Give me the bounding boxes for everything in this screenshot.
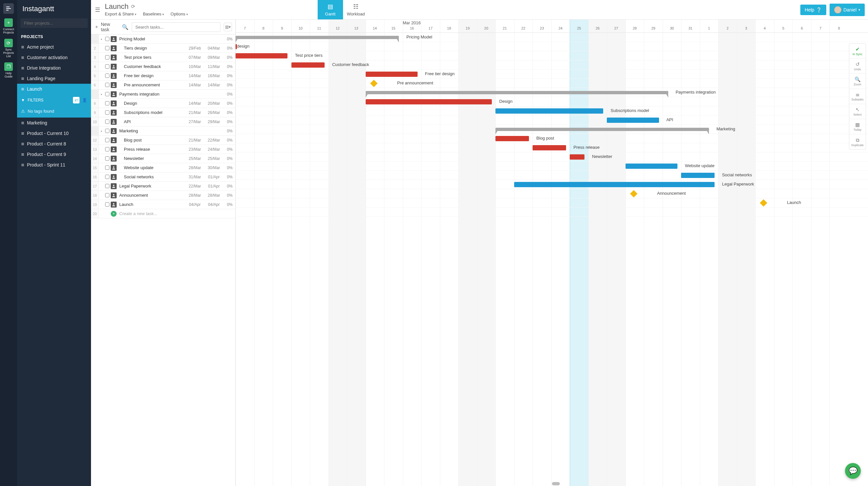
expand-toggle[interactable]: ▪ xyxy=(99,37,104,41)
new-task-button[interactable]: ＋ New task xyxy=(94,22,119,32)
task-progress[interactable]: 0% xyxy=(223,175,235,179)
task-progress[interactable]: 0% xyxy=(223,202,235,207)
gantt-row[interactable]: Launch xyxy=(236,198,868,207)
task-checkbox[interactable] xyxy=(104,92,110,96)
end-date[interactable]: 16/Mar xyxy=(204,73,223,78)
task-progress[interactable]: 0% xyxy=(223,64,235,69)
task-name[interactable]: Marketing xyxy=(119,128,185,133)
undo-button[interactable]: ↺Undo xyxy=(849,59,866,74)
task-row[interactable]: 3Test price tiers07/Mar09/Mar0% xyxy=(91,53,235,62)
sidebar-project-item[interactable]: ≣Product - Current 8 xyxy=(17,138,91,149)
gantt-row[interactable]: Customer feedback xyxy=(236,60,868,70)
duplicate-button[interactable]: ⧉Duplicate xyxy=(849,134,866,150)
end-date[interactable]: 09/Mar xyxy=(204,55,223,60)
group-bar[interactable] xyxy=(366,91,668,94)
task-name[interactable]: API xyxy=(119,119,185,124)
task-bar[interactable] xyxy=(681,173,715,178)
connect-projects-button[interactable]: ＋ Connect Projects xyxy=(1,19,16,34)
task-checkbox[interactable] xyxy=(104,147,110,151)
milestone-marker[interactable] xyxy=(630,190,638,198)
sidebar-project-item[interactable]: ≣Product - Current 10 xyxy=(17,128,91,138)
refresh-icon[interactable]: ⟳ xyxy=(131,4,135,9)
chat-fab[interactable]: 💬 xyxy=(845,463,861,479)
end-date[interactable]: 25/Mar xyxy=(204,156,223,161)
task-row[interactable]: 6Pre announcement14/Mar14/Mar0% xyxy=(91,80,235,90)
search-tasks-input[interactable] xyxy=(132,22,220,32)
assignee-avatar[interactable] xyxy=(111,100,117,106)
assignee-avatar[interactable] xyxy=(111,73,117,79)
assignee-avatar[interactable] xyxy=(111,192,117,198)
task-row[interactable]: 2Tiers design29/Feb04/Mar0% xyxy=(91,44,235,53)
task-checkbox[interactable] xyxy=(104,55,110,59)
help-button[interactable]: Help ❔ xyxy=(800,5,827,15)
task-progress[interactable]: 0% xyxy=(223,129,235,133)
task-checkbox[interactable] xyxy=(104,129,110,133)
task-name[interactable]: Launch xyxy=(119,202,185,207)
task-checkbox[interactable] xyxy=(104,202,110,206)
assignee-avatar[interactable] xyxy=(111,128,117,134)
new-task-placeholder[interactable]: Create a new task... xyxy=(119,211,235,216)
gantt-row[interactable]: Legal Paperwork xyxy=(236,180,868,189)
expand-toggle[interactable]: ▪ xyxy=(99,92,104,96)
zoom-button[interactable]: 🔍Zoom xyxy=(849,74,866,89)
gantt-row[interactable]: Pricing Model xyxy=(236,33,868,42)
task-checkbox[interactable] xyxy=(104,83,110,87)
group-bar[interactable] xyxy=(495,128,709,131)
start-date[interactable]: 14/Mar xyxy=(185,83,204,87)
assignee-avatar[interactable] xyxy=(111,174,117,180)
new-task-row[interactable]: 20＋Create a new task... xyxy=(91,209,235,218)
start-date[interactable]: 28/Mar xyxy=(185,165,204,170)
task-bar[interactable] xyxy=(366,72,417,77)
tag-icon[interactable]: 🏷 xyxy=(73,97,80,103)
task-checkbox[interactable] xyxy=(104,184,110,188)
horizontal-scrollbar-thumb[interactable] xyxy=(552,482,560,485)
task-group-row[interactable]: ▪Pricing Model0% xyxy=(91,34,235,44)
task-progress[interactable]: 0% xyxy=(223,83,235,87)
export-share-menu[interactable]: Export & Share xyxy=(105,11,136,17)
assignee-avatar[interactable] xyxy=(111,91,117,97)
task-progress[interactable]: 0% xyxy=(223,101,235,106)
search-icon[interactable]: 🔍 xyxy=(122,24,128,30)
gantt-row[interactable]: Test price tiers xyxy=(236,51,868,60)
assignee-avatar[interactable] xyxy=(111,183,117,189)
assignee-avatar[interactable] xyxy=(111,55,117,60)
filter-projects-input[interactable] xyxy=(20,19,88,28)
task-name[interactable]: Blog post xyxy=(119,138,185,142)
gantt-row[interactable]: API xyxy=(236,116,868,125)
tab-workload[interactable]: ☷ Workload xyxy=(343,0,369,20)
task-row[interactable]: 16Social networks31/Mar01/Apr0% xyxy=(91,172,235,182)
gantt-row[interactable]: Website update xyxy=(236,162,868,171)
start-date[interactable]: 21/Mar xyxy=(185,138,204,142)
task-checkbox[interactable] xyxy=(104,110,110,115)
task-group-row[interactable]: ▪Payments integration0% xyxy=(91,90,235,99)
start-date[interactable]: 21/Mar xyxy=(185,110,204,115)
task-name[interactable]: Design xyxy=(119,101,185,106)
task-name[interactable]: Pricing Model xyxy=(119,36,185,41)
task-name[interactable]: Pre announcement xyxy=(119,83,185,87)
end-date[interactable]: 01/Apr xyxy=(204,184,223,189)
milestone-marker[interactable] xyxy=(760,199,768,207)
task-name[interactable]: Subscriptions model xyxy=(119,110,185,115)
sidebar-project-item[interactable]: ≣Landing Page xyxy=(17,73,91,84)
end-date[interactable]: 22/Mar xyxy=(204,138,223,142)
task-progress[interactable]: 0% xyxy=(223,193,235,198)
assignee-avatar[interactable] xyxy=(111,156,117,162)
task-bar[interactable] xyxy=(236,53,287,59)
end-date[interactable]: 04/Apr xyxy=(204,202,223,207)
end-date[interactable]: 14/Mar xyxy=(204,83,223,87)
task-progress[interactable]: 0% xyxy=(223,165,235,170)
task-name[interactable]: Customer feedback xyxy=(119,64,185,69)
task-progress[interactable]: 0% xyxy=(223,138,235,142)
start-date[interactable]: 22/Mar xyxy=(185,184,204,189)
assignee-avatar[interactable] xyxy=(111,82,117,88)
start-date[interactable]: 23/Mar xyxy=(185,147,204,152)
task-bar[interactable] xyxy=(366,99,492,104)
sidebar-project-item[interactable]: ≣Drive Integration xyxy=(17,63,91,73)
start-date[interactable]: 29/Feb xyxy=(185,46,204,51)
task-row[interactable]: 4Customer feedback10/Mar11/Mar0% xyxy=(91,62,235,71)
start-date[interactable]: 10/Mar xyxy=(185,64,204,69)
task-checkbox[interactable] xyxy=(104,165,110,170)
task-checkbox[interactable] xyxy=(104,193,110,197)
task-progress[interactable]: 0% xyxy=(223,120,235,124)
sidebar-project-item[interactable]: ≣Launch xyxy=(17,84,91,94)
